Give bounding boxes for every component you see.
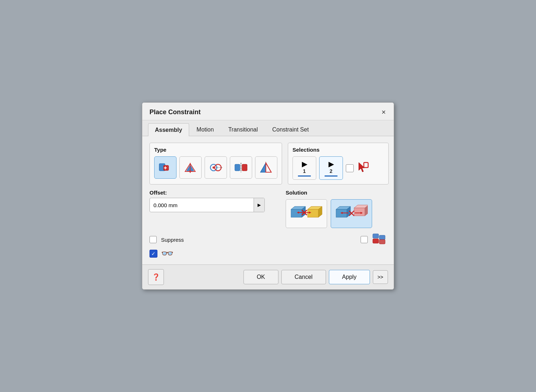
selections-group: Selections ▶ 1 ▶ 2 [288,143,389,184]
tab-assembly[interactable]: Assembly [148,123,189,136]
solution-2-button[interactable] [331,199,372,228]
offset-label: Offset: [149,190,280,196]
preview-component-icon [372,233,387,245]
selection-1-num: 1 [303,168,306,174]
tab-constraint-set[interactable]: Constraint Set [265,123,316,136]
cursor-2-icon: ▶ [329,160,334,168]
close-button[interactable]: × [379,108,388,116]
type-btn-angle[interactable] [255,156,277,179]
offset-arrow-button[interactable]: ▶ [254,198,264,212]
solution-1-button[interactable] [286,199,327,228]
solution-panel: Solution [286,190,387,228]
svg-rect-13 [242,164,247,171]
selection-2-num: 2 [330,168,332,174]
symmetry-icon [234,161,248,174]
mate-icon [158,161,172,174]
flush-icon [184,161,197,174]
type-btn-flush[interactable] [179,156,202,179]
selection-1-button[interactable]: ▶ 1 [292,156,316,180]
type-btn-insert[interactable] [205,156,227,179]
tabs-bar: Assembly Motion Transitional Constraint … [142,120,394,136]
type-btn-mate[interactable] [154,156,177,179]
type-group: Type [149,143,282,184]
dialog-body: Type [142,136,394,264]
svg-rect-20 [291,209,302,217]
svg-rect-45 [373,239,379,243]
apply-button[interactable]: Apply [329,270,370,284]
svg-rect-12 [235,164,240,171]
svg-rect-44 [373,234,379,238]
bottom-bar: ❓ OK Cancel Apply >> [142,264,394,289]
dialog-title: Place Constraint [149,108,201,116]
preview-checkbox[interactable] [361,236,368,243]
show-glasses-checkbox[interactable]: ✓ [149,250,157,258]
type-label: Type [154,147,277,153]
solution-label: Solution [286,190,387,196]
offset-input-row: ▶ [149,198,265,212]
ok-button[interactable]: OK [244,270,278,284]
title-bar: Place Constraint × [142,103,394,120]
tab-motion[interactable]: Motion [190,123,221,136]
show-preview-icon[interactable] [357,161,370,175]
type-buttons [154,156,277,179]
selections-checkbox[interactable] [346,164,354,172]
svg-line-17 [266,163,271,172]
cancel-button[interactable]: Cancel [281,270,326,284]
selection-1-underline [298,175,311,177]
cursor-1-icon: ▶ [302,160,307,168]
insert-icon [209,161,223,174]
offset-panel: Offset: ▶ [149,190,280,228]
svg-rect-19 [364,162,368,168]
more-button[interactable]: >> [373,270,388,284]
svg-marker-15 [260,163,266,172]
middle-panels: Offset: ▶ Solution [149,190,387,228]
solution-1-icon [290,202,323,225]
place-constraint-dialog: Place Constraint × Assembly Motion Trans… [142,102,394,290]
type-btn-symmetry[interactable] [230,156,252,179]
angle-icon [259,161,273,174]
selections-label: Selections [292,147,384,153]
suppress-label: Suppress [161,237,184,243]
offset-input[interactable] [150,199,254,211]
selection-2-button[interactable]: ▶ 2 [319,156,343,180]
top-panels: Type [149,143,387,184]
solution-2-icon [335,202,368,225]
tab-transitional[interactable]: Transitional [222,123,265,136]
svg-rect-35 [354,208,365,216]
selection-2-underline [325,175,338,177]
glasses-row: ✓ 👓 [149,248,387,259]
help-button[interactable]: ❓ [148,269,164,285]
svg-rect-47 [379,240,385,244]
solution-buttons [286,199,387,228]
selections-row: ▶ 1 ▶ 2 [292,156,384,180]
svg-point-10 [213,166,215,169]
svg-rect-46 [379,235,385,240]
suppress-checkbox[interactable] [149,236,157,243]
preview-icon[interactable] [372,233,387,246]
glasses-icon[interactable]: 👓 [161,248,174,259]
